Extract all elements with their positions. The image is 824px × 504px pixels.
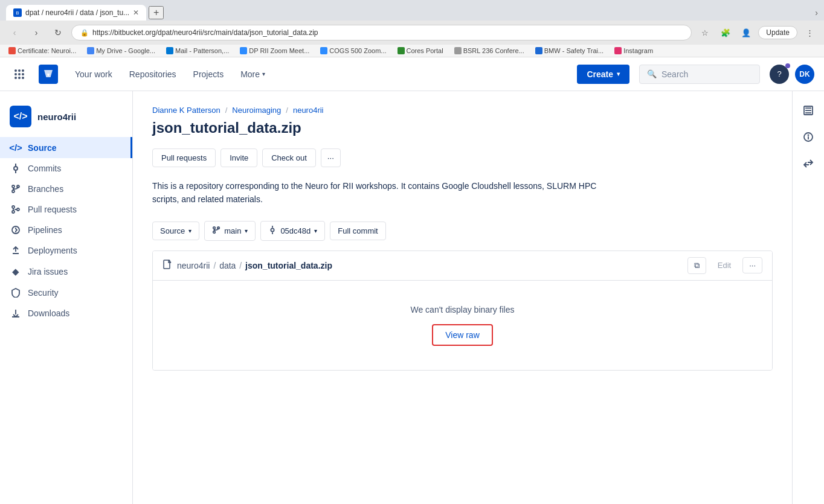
sidebar-item-security[interactable]: Security: [0, 282, 132, 303]
file-viewer-actions: ⧉ Edit ···: [687, 257, 762, 274]
file-viewer: neuro4rii / data / json_tutorial_data.zi…: [152, 250, 773, 371]
bookmark-bsrl[interactable]: BSRL 236 Confere...: [452, 46, 527, 55]
content-area: </> neuro4rii </> Source Commits: [0, 91, 824, 504]
nav-more[interactable]: More ▾: [233, 65, 272, 84]
source-dropdown[interactable]: Source ▾: [152, 222, 199, 240]
browser-chrome: B dpat / neuro4rii / data / json_tu... ✕…: [0, 0, 824, 57]
file-path-dir: data: [219, 261, 236, 270]
bookmark-favicon: [535, 47, 542, 54]
sidebar-item-label: Branches: [28, 184, 63, 194]
nav-links: Your work Repositories Projects More ▾: [68, 65, 567, 84]
binary-message: We can't display binary files: [177, 305, 748, 314]
browser-actions: ☆ 🧩 👤 Update ⋮: [697, 24, 818, 41]
sidebar-item-deployments[interactable]: Deployments: [0, 240, 132, 261]
downloads-icon: [10, 308, 22, 318]
tab-expand-btn[interactable]: ›: [815, 8, 818, 18]
browser-tab-active[interactable]: B dpat / neuro4rii / data / json_tu... ✕: [6, 5, 146, 21]
sidebar-item-branches[interactable]: Branches: [0, 179, 132, 199]
sidebar-item-source[interactable]: </> Source: [0, 137, 132, 158]
panel-list-btn[interactable]: [797, 101, 819, 123]
bookmark-star-btn[interactable]: ☆: [697, 24, 713, 41]
nav-right: ? DK: [770, 65, 814, 84]
branch-dropdown[interactable]: main ▾: [204, 221, 256, 241]
nav-grid-btn[interactable]: [10, 65, 29, 84]
extensions-btn[interactable]: 🧩: [717, 24, 734, 41]
file-more-button[interactable]: ···: [742, 257, 762, 273]
lock-icon: 🔒: [80, 29, 89, 37]
bookmark-certificate[interactable]: Certificate: Neuroi...: [6, 46, 79, 55]
sidebar-item-label: Commits: [28, 164, 61, 173]
sidebar-item-jira-issues[interactable]: ◆ Jira issues: [0, 261, 132, 282]
bookmark-label: Cores Portal: [407, 47, 443, 54]
jira-icon: ◆: [10, 266, 22, 277]
svg-point-8: [17, 208, 19, 211]
bookmark-favicon: [166, 47, 173, 54]
page-title: json_tutorial_data.zip: [152, 120, 773, 136]
profile-btn[interactable]: 👤: [738, 24, 755, 41]
bookmark-label: Mail - Patterson,...: [175, 47, 229, 54]
browser-tab-bar: B dpat / neuro4rii / data / json_tu... ✕…: [0, 0, 824, 21]
commit-icon: [268, 226, 277, 236]
edit-button[interactable]: Edit: [711, 257, 738, 273]
sidebar: </> neuro4rii </> Source Commits: [0, 91, 133, 504]
forward-btn[interactable]: ›: [28, 24, 45, 41]
help-badge: [785, 63, 790, 68]
sidebar-item-downloads[interactable]: Downloads: [0, 303, 132, 324]
right-panel: [792, 91, 824, 504]
copy-path-button[interactable]: ⧉: [687, 257, 706, 274]
file-more-dots-icon: ···: [749, 261, 756, 270]
repo-description: This is a repository corresponding to th…: [152, 179, 605, 206]
panel-compare-btn[interactable]: [797, 154, 819, 176]
check-out-button[interactable]: Check out: [262, 148, 316, 167]
sidebar-item-commits[interactable]: Commits: [0, 158, 132, 179]
bookmark-favicon: [240, 47, 247, 54]
create-button[interactable]: Create ▾: [577, 65, 629, 84]
nav-your-work[interactable]: Your work: [68, 65, 120, 84]
full-commit-button[interactable]: Full commit: [330, 222, 385, 240]
breadcrumb-link-repo[interactable]: neuro4rii: [293, 106, 324, 115]
svg-point-11: [213, 231, 216, 234]
menu-btn[interactable]: ⋮: [801, 24, 818, 41]
breadcrumb-link-workspace[interactable]: Neuroimaging: [232, 106, 281, 115]
pull-requests-icon: [10, 205, 22, 214]
file-path-name: json_tutorial_data.zip: [245, 261, 332, 270]
bookmark-label: Instagram: [623, 47, 653, 54]
bookmark-drive[interactable]: My Drive - Google...: [85, 46, 158, 55]
nav-logo[interactable]: [39, 65, 58, 84]
url-bar[interactable]: 🔒 https://bitbucket.org/dpat/neuro4rii/s…: [71, 25, 692, 40]
nav-repositories[interactable]: Repositories: [122, 65, 184, 84]
tab-close-btn[interactable]: ✕: [133, 8, 139, 17]
back-btn[interactable]: ‹: [6, 24, 23, 41]
bookmark-dp-rii-zoom[interactable]: DP RII Zoom Meet...: [237, 46, 312, 55]
breadcrumb-link-owner[interactable]: Dianne K Patterson: [152, 106, 220, 115]
sidebar-item-label: Security: [28, 288, 59, 298]
sidebar-repo-header: </> neuro4rii: [0, 101, 132, 137]
bookmark-instagram[interactable]: Instagram: [612, 46, 655, 55]
new-tab-btn[interactable]: +: [149, 6, 164, 19]
panel-info-btn[interactable]: [797, 127, 819, 149]
view-raw-button[interactable]: View raw: [432, 324, 493, 346]
pull-requests-button[interactable]: Pull requests: [152, 148, 216, 167]
avatar[interactable]: DK: [795, 65, 814, 84]
svg-point-13: [271, 228, 274, 231]
sidebar-item-label: Pipelines: [28, 225, 62, 235]
more-actions-button[interactable]: ···: [321, 148, 341, 167]
update-button[interactable]: Update: [758, 26, 797, 39]
bookmark-mail[interactable]: Mail - Patterson,...: [164, 46, 231, 55]
svg-point-7: [12, 211, 14, 213]
sidebar-item-pipelines[interactable]: Pipelines: [0, 220, 132, 240]
bookmark-cogs-zoom[interactable]: COGS 500 Zoom...: [318, 46, 388, 55]
bookmark-bmw[interactable]: BMW - Safety Trai...: [533, 46, 606, 55]
file-content: We can't display binary files View raw: [153, 281, 772, 370]
refresh-btn[interactable]: ↻: [50, 24, 66, 41]
bookmark-favicon: [398, 47, 405, 54]
search-bar[interactable]: 🔍 Search: [639, 65, 760, 84]
breadcrumb-sep-1: /: [225, 106, 228, 115]
nav-projects[interactable]: Projects: [186, 65, 231, 84]
bookmark-cores-portal[interactable]: Cores Portal: [395, 46, 446, 55]
help-button[interactable]: ?: [770, 65, 789, 84]
commit-dropdown[interactable]: 05dc48d ▾: [260, 221, 325, 241]
file-path-repo: neuro4rii: [177, 261, 210, 270]
invite-button[interactable]: Invite: [220, 148, 257, 167]
sidebar-item-pull-requests[interactable]: Pull requests: [0, 199, 132, 220]
